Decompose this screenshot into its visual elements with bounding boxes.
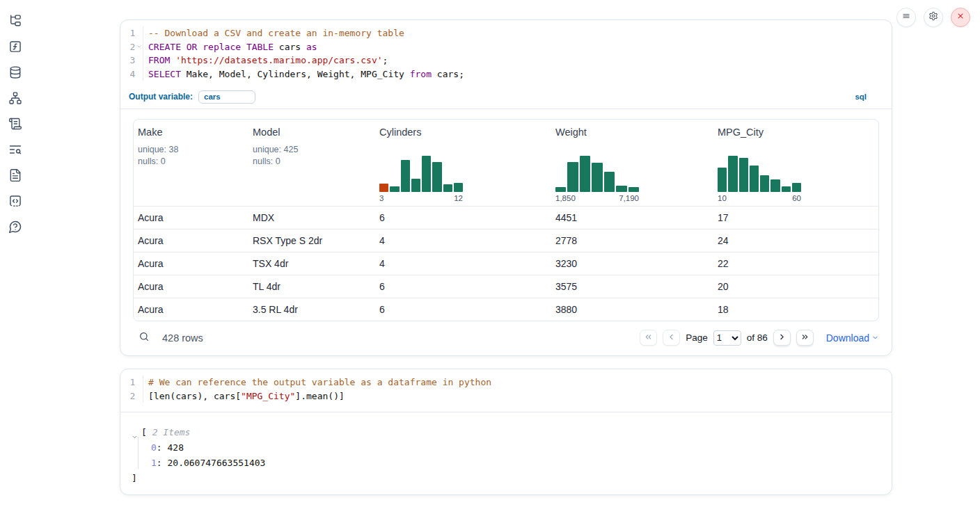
cell-mpg-city: 22	[713, 258, 878, 269]
fold-gutter	[135, 67, 143, 81]
menu-button[interactable]	[896, 8, 916, 27]
download-button[interactable]: Download	[826, 332, 879, 344]
histogram-cylinders: 3 12	[379, 156, 463, 202]
code-line[interactable]: 3FROM 'https://datasets.marimo.app/cars.…	[120, 54, 892, 67]
code-token: FROM	[148, 55, 170, 65]
shutdown-button[interactable]	[951, 8, 970, 27]
output-variable-input[interactable]	[198, 90, 255, 104]
line-number: 4	[120, 67, 135, 81]
hist-bar	[401, 160, 410, 192]
table-row[interactable]: AcuraRSX Type S 2dr4277824	[134, 229, 878, 252]
code-text: [len(cars), cars["MPG_City"].mean()]	[143, 389, 345, 403]
code-line[interactable]: 1-- Download a CSV and create an in-memo…	[120, 26, 892, 40]
table-footer: 428 rows Page 1 of 86 Download	[133, 321, 879, 354]
first-page-button[interactable]	[640, 330, 657, 346]
column-header-cylinders[interactable]: Cylinders 3 12	[375, 120, 551, 206]
code-token: 428	[167, 440, 183, 456]
code-line[interactable]: 2[len(cars), cars["MPG_City"].mean()]	[120, 389, 892, 403]
data-table: Make unique: 38 nulls: 0 Model unique: 4…	[133, 119, 879, 321]
column-header-model[interactable]: Model unique: 425 nulls: 0	[248, 120, 375, 206]
chevron-down-icon	[871, 332, 879, 344]
table-row[interactable]: AcuraTSX 4dr4323022	[134, 252, 878, 275]
code-token: :	[157, 440, 168, 456]
output-tree-line: 1: 20.060747663551403	[132, 456, 892, 471]
table-body: AcuraMDX6445117AcuraRSX Type S 2dr427782…	[134, 206, 878, 321]
code-line[interactable]: 1# We can reference the output variable …	[120, 376, 892, 389]
code-line[interactable]: 2CREATE OR replace TABLE cars as	[120, 40, 892, 54]
sidebar-item-file-explorer[interactable]	[8, 15, 23, 30]
collapse-chevron-icon[interactable]	[132, 430, 138, 436]
cell-weight: 4451	[551, 212, 713, 223]
page-select[interactable]: 1	[713, 330, 741, 346]
table-row[interactable]: AcuraTL 4dr6357520	[134, 275, 878, 298]
cell-make: Acura	[134, 258, 248, 269]
sidebar-item-documentation[interactable]	[8, 169, 23, 184]
next-page-button[interactable]	[773, 330, 791, 346]
output-variable-label: Output variable:	[129, 92, 193, 102]
notebook-cell-python: 1# We can reference the output variable …	[120, 369, 892, 495]
column-stat: unique: 38	[138, 144, 248, 156]
sidebar-item-datasources[interactable]	[8, 66, 23, 81]
cell-make: Acura	[134, 281, 248, 292]
hist-bar	[750, 166, 759, 192]
code-token: ;	[383, 55, 388, 65]
gear-icon	[928, 11, 938, 24]
hist-bar	[718, 168, 727, 192]
hist-min-label: 10	[718, 194, 727, 202]
previous-page-button[interactable]	[663, 330, 680, 346]
language-badge[interactable]: sql	[855, 92, 867, 101]
sidebar-item-functions[interactable]	[8, 40, 23, 56]
column-header-make[interactable]: Make unique: 38 nulls: 0	[134, 120, 248, 206]
page-label: Page	[686, 332, 708, 343]
sidebar-item-snippets[interactable]	[8, 195, 23, 210]
sidebar	[0, 0, 31, 236]
chevrons-right-icon	[800, 332, 809, 344]
hist-min-label: 3	[379, 194, 384, 202]
hist-max-label: 7,190	[619, 194, 639, 202]
code-line[interactable]: 4SELECT Make, Model, Cylinders, Weight, …	[120, 67, 892, 81]
sidebar-item-logs[interactable]	[8, 118, 23, 133]
column-header-weight[interactable]: Weight 1,850 7,190	[551, 120, 713, 206]
code-editor[interactable]: 1# We can reference the output variable …	[120, 369, 892, 403]
code-token: as	[306, 42, 317, 52]
hist-max-label: 12	[454, 194, 463, 202]
cell-divider	[120, 108, 892, 109]
code-editor[interactable]: 1-- Download a CSV and create an in-memo…	[120, 20, 892, 81]
search-icon[interactable]	[139, 331, 150, 344]
settings-button[interactable]	[924, 8, 943, 27]
column-stat: nulls: 0	[138, 156, 248, 168]
last-page-button[interactable]	[796, 330, 814, 346]
chevrons-left-icon	[644, 332, 653, 344]
code-token: # We can reference the output variable a…	[148, 377, 491, 387]
cell-mpg-city: 20	[713, 281, 878, 292]
table-row[interactable]: Acura3.5 RL 4dr6388018	[134, 298, 878, 321]
hist-bar	[770, 179, 780, 192]
fold-gutter	[135, 54, 143, 67]
table-row[interactable]: AcuraMDX6445117	[134, 206, 878, 229]
code-text: FROM 'https://datasets.marimo.app/cars.c…	[143, 54, 388, 67]
chevron-right-icon	[777, 332, 787, 344]
cell-weight: 2778	[551, 235, 713, 246]
code-token: cars	[274, 42, 306, 52]
cell-mpg-city: 18	[713, 304, 878, 315]
cell-output-tree: [ 2 Items0: 4281: 20.060747663551403]	[120, 412, 892, 486]
hist-bar	[390, 186, 399, 192]
histogram-weight: 1,850 7,190	[555, 156, 639, 202]
sidebar-item-dependency-graph[interactable]	[8, 92, 23, 107]
sidebar-item-search[interactable]	[8, 143, 23, 159]
output-variable-row: Output variable: sql	[129, 89, 892, 104]
sidebar-item-help[interactable]	[8, 220, 23, 236]
hist-bar	[728, 156, 737, 192]
code-token: Make, Model, Cylinders, Weight, MPG_City	[181, 69, 410, 79]
code-text: -- Download a CSV and create an in-memor…	[143, 26, 404, 40]
hist-max-label: 60	[792, 194, 801, 202]
cell-cylinders: 6	[375, 304, 551, 315]
fold-chevron-icon[interactable]	[135, 40, 143, 54]
cell-model: MDX	[248, 212, 375, 223]
column-header-mpg-city[interactable]: MPG_City 10 60	[713, 120, 878, 206]
text-search-icon	[8, 143, 22, 159]
code-token: [	[141, 425, 152, 440]
tree-indent-guide	[138, 437, 139, 469]
code-text: SELECT Make, Model, Cylinders, Weight, M…	[143, 67, 464, 81]
histogram-mpg-city: 10 60	[718, 156, 801, 202]
